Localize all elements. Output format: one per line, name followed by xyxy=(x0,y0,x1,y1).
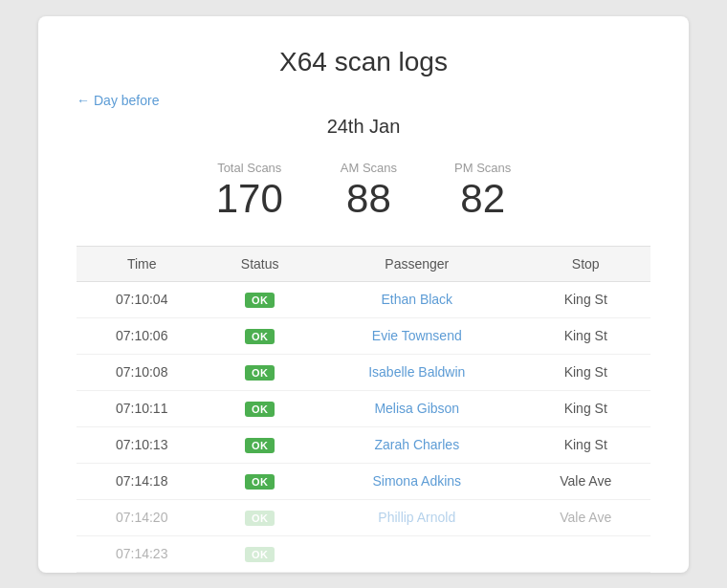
table-body: 07:10:04OKEthan BlackKing St07:10:06OKEv… xyxy=(77,281,650,572)
cell-status: OK xyxy=(207,354,313,390)
cell-stop xyxy=(521,535,651,572)
cell-time: 07:10:08 xyxy=(77,354,207,390)
cell-time: 07:10:13 xyxy=(77,426,207,463)
pm-scans-value: 82 xyxy=(454,179,511,219)
table-row: 07:14:23 OK xyxy=(77,535,650,572)
cell-status: OK xyxy=(207,281,313,317)
total-scans-value: 170 xyxy=(216,179,283,219)
cell-stop: Vale Ave xyxy=(521,463,651,499)
cell-passenger[interactable]: Ethan Black xyxy=(313,281,520,317)
table-row: 07:10:04OKEthan BlackKing St xyxy=(77,281,650,317)
back-link[interactable]: ← Day before xyxy=(77,93,159,108)
cell-time: 07:14:18 xyxy=(77,463,207,499)
cell-status: OK xyxy=(207,499,313,535)
pm-scans-label: PM Scans xyxy=(454,161,511,175)
cell-status: OK xyxy=(207,317,313,354)
table-row: 07:14:18OKSimona AdkinsVale Ave xyxy=(77,463,650,499)
nav-back: ← Day before xyxy=(77,93,650,108)
total-scans-block: Total Scans 170 xyxy=(216,161,283,219)
cell-stop: Vale Ave xyxy=(521,499,651,535)
pm-scans-block: PM Scans 82 xyxy=(454,161,511,219)
table-row: 07:14:20OKPhillip ArnoldVale Ave xyxy=(77,499,650,535)
cell-status: OK xyxy=(207,463,313,499)
am-scans-label: AM Scans xyxy=(341,161,397,175)
main-card: X64 scan logs ← Day before 24th Jan Tota… xyxy=(38,16,689,573)
cell-time: 07:14:20 xyxy=(77,499,207,535)
cell-stop: King St xyxy=(521,390,651,426)
cell-time: 07:10:11 xyxy=(77,390,207,426)
stats-row: Total Scans 170 AM Scans 88 PM Scans 82 xyxy=(77,161,650,219)
back-arrow: ← xyxy=(77,93,90,108)
total-scans-label: Total Scans xyxy=(216,161,283,175)
table-row: 07:10:13OKZarah CharlesKing St xyxy=(77,426,650,463)
cell-passenger[interactable]: Melisa Gibson xyxy=(313,390,520,426)
col-passenger: Passenger xyxy=(313,246,520,281)
cell-passenger[interactable]: Isabelle Baldwin xyxy=(313,354,520,390)
cell-stop: King St xyxy=(521,281,651,317)
back-label: Day before xyxy=(94,93,159,108)
cell-passenger[interactable]: Phillip Arnold xyxy=(313,499,520,535)
cell-stop: King St xyxy=(521,426,651,463)
cell-time: 07:10:06 xyxy=(77,317,207,354)
cell-time: 07:14:23 xyxy=(77,535,207,572)
cell-passenger[interactable]: Evie Townsend xyxy=(313,317,520,354)
date-label: 24th Jan xyxy=(77,116,650,138)
table-header: Time Status Passenger Stop xyxy=(77,246,650,281)
cell-stop: King St xyxy=(521,317,651,354)
table-row: 07:10:08OKIsabelle BaldwinKing St xyxy=(77,354,650,390)
col-status: Status xyxy=(207,246,313,281)
col-stop: Stop xyxy=(521,246,651,281)
cell-stop: King St xyxy=(521,354,651,390)
am-scans-value: 88 xyxy=(341,179,397,219)
scan-log-table: Time Status Passenger Stop 07:10:04OKEth… xyxy=(77,246,650,573)
col-time: Time xyxy=(77,246,207,281)
page-title: X64 scan logs xyxy=(77,47,650,77)
cell-passenger[interactable]: Zarah Charles xyxy=(313,426,520,463)
cell-status: OK xyxy=(207,535,313,572)
table-row: 07:10:06OKEvie TownsendKing St xyxy=(77,317,650,354)
table-row: 07:10:11OKMelisa GibsonKing St xyxy=(77,390,650,426)
am-scans-block: AM Scans 88 xyxy=(341,161,397,219)
cell-status: OK xyxy=(207,390,313,426)
cell-time: 07:10:04 xyxy=(77,281,207,317)
cell-passenger[interactable]: Simona Adkins xyxy=(313,463,520,499)
cell-passenger[interactable] xyxy=(313,535,520,572)
cell-status: OK xyxy=(207,426,313,463)
